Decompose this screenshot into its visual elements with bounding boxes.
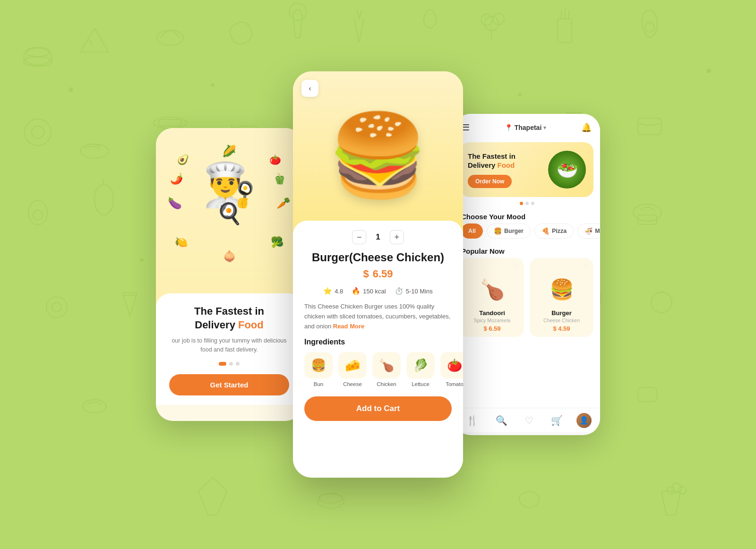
svg-point-74 <box>679 487 686 494</box>
food-card[interactable]: ♡ 🍗 Tandoori Spicy Mozareela $ 6.59 <box>460 258 524 337</box>
banner-text: The Fastest in Delivery Food Order Now <box>468 152 515 188</box>
svg-marker-51 <box>123 293 137 317</box>
banner-title: The Fastest in Delivery Food <box>468 152 515 170</box>
phone-home: ☰ 📍 Thapetai ▾ 🔔 The Fastest in Delivery… <box>454 114 600 435</box>
mood-chip[interactable]: 🍕Pizza <box>534 223 574 239</box>
hamburger-menu-icon[interactable]: ☰ <box>462 122 470 133</box>
phones-container: 🌽 🍅 🥑 🫑 🌶️ 🥕 🍆 🥦 🍋 🧅 👨‍🍳 🍳 <box>156 71 600 478</box>
food-card-price: $ 4.59 <box>553 325 570 332</box>
bottom-navigation: 🍴 🔍 ♡ 🛒 👤 <box>454 408 600 432</box>
location-name: Thapetai <box>515 124 542 131</box>
read-more-link[interactable]: Read More <box>333 323 364 330</box>
phone1-title: The Fastest in Delivery Food <box>169 305 289 332</box>
order-now-button[interactable]: Order Now <box>468 175 512 188</box>
ingredient-label: Bun <box>314 381 323 387</box>
calories-item: 🔥 150 kcal <box>352 287 386 295</box>
svg-line-8 <box>359 10 361 19</box>
ingredient-icon: 🍅 <box>440 352 463 378</box>
ingredient-icon: 🍗 <box>372 352 401 378</box>
ingredient-label: Cheese <box>343 381 362 387</box>
svg-point-71 <box>319 494 342 503</box>
popular-section-title: Popular Now <box>454 243 600 258</box>
svg-point-2 <box>24 57 52 66</box>
svg-point-20 <box>80 144 109 158</box>
svg-point-19 <box>32 126 44 138</box>
phone3-scroll-area[interactable]: The Fastest in Delivery Food Order Now 🥗… <box>454 137 600 408</box>
phone3-header: ☰ 📍 Thapetai ▾ 🔔 <box>454 114 600 137</box>
dot-2 <box>229 362 233 366</box>
ingredient-item: 🥬 Lettuce <box>406 352 435 387</box>
quantity-row: − 1 + <box>304 230 452 244</box>
mood-chip-label: Pizza <box>552 228 567 234</box>
ingredients-row: 🍔 Bun 🧀 Cheese 🍗 Chicken 🥬 Lettuce 🍅 Tom… <box>304 352 452 387</box>
nav-profile-avatar[interactable]: 👤 <box>576 413 592 428</box>
ingredient-item: 🍗 Chicken <box>372 352 401 387</box>
svg-point-32 <box>28 200 47 225</box>
product-name: Burger(Cheese Chicken) <box>304 251 452 264</box>
mood-chip[interactable]: 🍜More <box>577 223 600 239</box>
food-card[interactable]: ♡ 🍔 Burger Cheese Chicken $ 4.59 <box>530 258 593 337</box>
svg-marker-69 <box>198 477 227 515</box>
mood-chip[interactable]: All <box>461 223 483 239</box>
svg-point-11 <box>481 14 492 26</box>
ingredients-title: Ingredients <box>304 338 452 346</box>
phone1-hero: 🌽 🍅 🥑 🫑 🌶️ 🥕 🍆 🥦 🍋 🧅 👨‍🍳 🍳 <box>156 128 302 303</box>
svg-line-4 <box>90 40 92 45</box>
food-card-image: 🍗 <box>473 273 511 306</box>
rating-value: 4.8 <box>335 288 343 295</box>
product-description: This Cheese Chicken Burger uses 100% qua… <box>304 302 452 331</box>
popular-grid: ♡ 🍗 Tandoori Spicy Mozareela $ 6.59 ♡ 🍔 … <box>454 258 600 343</box>
svg-point-70 <box>318 493 344 508</box>
food-card-name: Tandoori <box>479 309 505 317</box>
svg-point-61 <box>707 69 711 73</box>
svg-line-7 <box>357 9 359 19</box>
mood-chip[interactable]: 🍔Burger <box>487 223 531 239</box>
banner-dot-3 <box>531 202 534 205</box>
quantity-increase-button[interactable]: + <box>390 230 404 244</box>
meta-row: ⭐ 4.8 🔥 150 kcal ⏱️ 5-10 Mins <box>304 287 452 295</box>
ingredient-item: 🍅 Tomato <box>440 352 463 387</box>
nav-cart-icon[interactable]: 🛒 <box>547 411 567 430</box>
ingredient-label: Chicken <box>377 381 396 387</box>
wishlist-icon[interactable]: ♡ <box>514 264 519 271</box>
mood-chips-row: All🍔Burger🍕Pizza🍜More <box>454 223 600 243</box>
svg-point-9 <box>484 17 498 31</box>
clock-icon: ⏱️ <box>395 287 404 295</box>
mood-chip-icon: 🍔 <box>494 227 502 235</box>
notification-bell-icon[interactable]: 🔔 <box>581 122 592 133</box>
food-card-price: $ 6.59 <box>483 325 500 332</box>
mood-chip-icon: 🍜 <box>584 227 593 235</box>
mood-chip-label: Burger <box>504 228 524 234</box>
back-button[interactable]: ‹ <box>301 80 318 97</box>
svg-point-49 <box>46 297 67 317</box>
currency-symbol: $ <box>363 268 369 280</box>
banner-dots <box>454 202 600 205</box>
dot-1 <box>219 362 226 366</box>
ingredient-icon: 🥬 <box>406 352 435 378</box>
add-to-cart-button[interactable]: Add to Cart <box>304 396 452 421</box>
phone-onboarding: 🌽 🍅 🥑 🫑 🌶️ 🥕 🍆 🥦 🍋 🧅 👨‍🍳 🍳 <box>156 128 302 421</box>
food-card-name: Burger <box>551 309 572 317</box>
svg-point-56 <box>651 292 672 313</box>
ingredient-icon: 🧀 <box>338 352 367 378</box>
phone2-hero: ‹ 🍔 <box>293 71 463 232</box>
svg-point-65 <box>83 400 106 413</box>
banner-dot-2 <box>525 202 529 205</box>
svg-point-1 <box>26 47 50 57</box>
ingredient-item: 🧀 Cheese <box>338 352 367 387</box>
location-selector[interactable]: 📍 Thapetai ▾ <box>505 124 547 131</box>
nav-search-icon[interactable]: 🔍 <box>492 411 511 430</box>
phone1-dots <box>169 362 289 366</box>
svg-rect-48 <box>638 215 657 224</box>
mood-section-title: Choose Your Mood <box>454 209 600 223</box>
nav-favorites-icon[interactable]: ♡ <box>521 411 537 430</box>
nav-home-icon[interactable]: 🍴 <box>463 411 482 430</box>
wishlist-icon[interactable]: ♡ <box>583 264 589 271</box>
svg-point-0 <box>24 48 52 65</box>
quantity-decrease-button[interactable]: − <box>352 230 366 244</box>
svg-rect-31 <box>638 118 662 135</box>
get-started-button[interactable]: Get Started <box>169 374 289 395</box>
svg-point-17 <box>645 23 654 32</box>
location-pin-icon: 📍 <box>505 124 513 131</box>
quantity-value: 1 <box>376 232 380 242</box>
